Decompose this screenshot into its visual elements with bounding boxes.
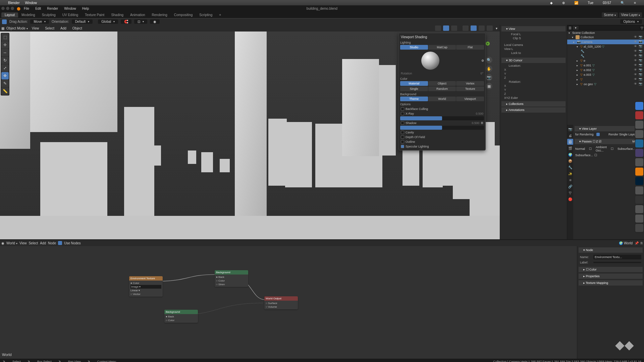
- xray-toggle[interactable]: [451, 25, 457, 31]
- dock-icon[interactable]: [635, 102, 643, 110]
- out-obj[interactable]: ▸▽oo geo▽👁📷: [567, 82, 644, 86]
- props-panel[interactable]: ▸ Properties: [579, 274, 643, 279]
- ne-add[interactable]: Add: [40, 241, 46, 245]
- vp-menu-add[interactable]: Add: [58, 26, 68, 31]
- texmap-panel[interactable]: ▸ Texture Mapping: [579, 280, 643, 286]
- shading-rendered[interactable]: [487, 25, 493, 31]
- tool-move[interactable]: ↔: [1, 49, 9, 56]
- viewlayer-hdr[interactable]: ▾ View Layer: [575, 126, 643, 131]
- drag-action[interactable]: Move: [30, 19, 49, 24]
- dock-icon[interactable]: [635, 111, 643, 119]
- traffic-max[interactable]: [11, 7, 14, 10]
- camera-icon[interactable]: 📷: [486, 74, 492, 81]
- world-selector[interactable]: 🌍 World: [619, 241, 633, 245]
- view-panel-header[interactable]: ▾ View: [501, 26, 566, 32]
- dock-icon[interactable]: [635, 196, 643, 204]
- dock-ps-icon[interactable]: [635, 177, 643, 185]
- window-menu[interactable]: Window: [25, 1, 37, 5]
- tab-particle[interactable]: ✨: [567, 171, 573, 177]
- pan-icon[interactable]: ✋: [486, 65, 492, 72]
- use-nodes-check[interactable]: [58, 241, 62, 245]
- opt-xray[interactable]: X-Ray0.500: [400, 111, 484, 116]
- ws-uvediting[interactable]: UV Editing: [59, 12, 82, 17]
- status-icon[interactable]: ◆: [550, 1, 553, 5]
- rot-mode[interactable]: XYZ Euler: [504, 96, 518, 100]
- ws-layout[interactable]: Layout: [1, 12, 18, 17]
- overlay-toggle[interactable]: [443, 25, 449, 31]
- tab-scene[interactable]: 🎬: [567, 145, 573, 151]
- menu-file[interactable]: File: [21, 6, 32, 11]
- tool-scale[interactable]: ⤢: [1, 64, 9, 72]
- view-lock[interactable]: View L: [504, 47, 513, 51]
- node-env-texture[interactable]: Environment Texture ● Color Image ▾ Line…: [129, 276, 163, 297]
- shading-wireframe[interactable]: [463, 25, 469, 31]
- outliner-editor-icon[interactable]: ☰: [569, 26, 572, 30]
- gear-icon[interactable]: [481, 59, 484, 62]
- out-obj[interactable]: ▸▽e.003▽👁📷: [567, 72, 644, 77]
- dock-icon[interactable]: [635, 158, 643, 166]
- dock-icon[interactable]: [635, 205, 643, 213]
- node-canvas[interactable]: Environment Texture ● Color Image ▾ Line…: [0, 246, 644, 359]
- ws-animation[interactable]: Animation: [127, 12, 148, 17]
- menu-render[interactable]: Render: [44, 6, 61, 11]
- passes-hdr[interactable]: ▾ Passes Mist ☐ Z ☑: [575, 139, 643, 144]
- color-material[interactable]: Material: [400, 81, 428, 86]
- menu-edit[interactable]: Edit: [33, 6, 44, 11]
- name-field[interactable]: Environment Textu...: [593, 255, 641, 259]
- outliner-search[interactable]: [580, 26, 639, 30]
- tab-viewlayer[interactable]: 🖼: [567, 139, 573, 145]
- out-modifier[interactable]: 🔧👁📷: [567, 49, 644, 54]
- opt-cavity[interactable]: Cavity: [400, 130, 484, 135]
- out-obj[interactable]: ▸▽👁📷: [567, 77, 644, 82]
- opt-dof[interactable]: Depth Of Field: [400, 135, 484, 139]
- tab-render[interactable]: 📷: [567, 126, 573, 132]
- bg-theme[interactable]: Theme: [400, 97, 428, 101]
- opt-outline[interactable]: Outline: [400, 139, 484, 144]
- tab-data[interactable]: ▽: [567, 190, 573, 196]
- out-modifier[interactable]: 🔧👁📷: [567, 54, 644, 58]
- node-background[interactable]: Background ● Back ○ Color ○ Stren: [215, 270, 248, 287]
- color-object[interactable]: Object: [428, 81, 456, 86]
- use-render-check[interactable]: [596, 133, 600, 136]
- shading-solid[interactable]: [471, 25, 477, 31]
- options[interactable]: Options: [620, 19, 642, 24]
- dock-icon[interactable]: [635, 149, 643, 157]
- tab-material[interactable]: 🔴: [567, 196, 573, 202]
- opt-backface[interactable]: Backface Culling: [400, 107, 484, 111]
- color-vertex[interactable]: Vertex: [456, 81, 484, 86]
- shader-type[interactable]: World: [6, 241, 17, 245]
- light-studio[interactable]: Studio: [400, 45, 428, 50]
- collection[interactable]: ▾Collection👁📷: [567, 35, 644, 40]
- ws-shading[interactable]: Shading: [108, 12, 127, 17]
- dock-icon[interactable]: [635, 215, 643, 223]
- mode-dropdown[interactable]: Object Mode: [6, 26, 28, 30]
- status-icon[interactable]: 📶: [574, 1, 578, 5]
- vp-menu-object[interactable]: Object: [70, 26, 84, 31]
- ws-sculpting[interactable]: Sculpting: [39, 12, 59, 17]
- dock-icon[interactable]: [635, 139, 643, 147]
- color-panel[interactable]: ▸ ☐ Color: [579, 267, 643, 272]
- ne-view[interactable]: View: [19, 241, 27, 245]
- editor-type-icon[interactable]: ▦: [1, 26, 4, 30]
- sock-out[interactable]: ● Back: [216, 275, 247, 279]
- prop-edit[interactable]: ◉: [150, 19, 160, 24]
- snap-target[interactable]: ⊡: [134, 19, 147, 24]
- transform-orient[interactable]: Global: [98, 19, 118, 24]
- ws-compositing[interactable]: Compositing: [171, 12, 196, 17]
- annotations-header[interactable]: ▸ Annotations: [501, 107, 566, 113]
- out-obj[interactable]: ▸▽e.002▽👁📷: [567, 68, 644, 72]
- light-matcap[interactable]: MatCap: [428, 45, 456, 50]
- vp-menu-view[interactable]: View: [30, 26, 41, 31]
- ne-node[interactable]: Node: [48, 241, 56, 245]
- scene-collection[interactable]: ▾Scene Collection: [567, 31, 644, 35]
- tool-annotate[interactable]: ✎: [1, 80, 9, 87]
- opt-shadow[interactable]: Shadow0.500: [400, 121, 484, 125]
- ws-rendering[interactable]: Rendering: [149, 12, 171, 17]
- tab-output[interactable]: 🖨: [567, 132, 573, 138]
- scene-dropdown[interactable]: Scene: [602, 12, 618, 17]
- tab-constraint[interactable]: 🔗: [567, 183, 573, 189]
- xray-slider[interactable]: [400, 116, 484, 120]
- menu-icon[interactable]: ≡: [634, 1, 636, 5]
- status-icon[interactable]: ⊕: [562, 1, 565, 5]
- sock-surface[interactable]: ○ Surface: [266, 301, 297, 305]
